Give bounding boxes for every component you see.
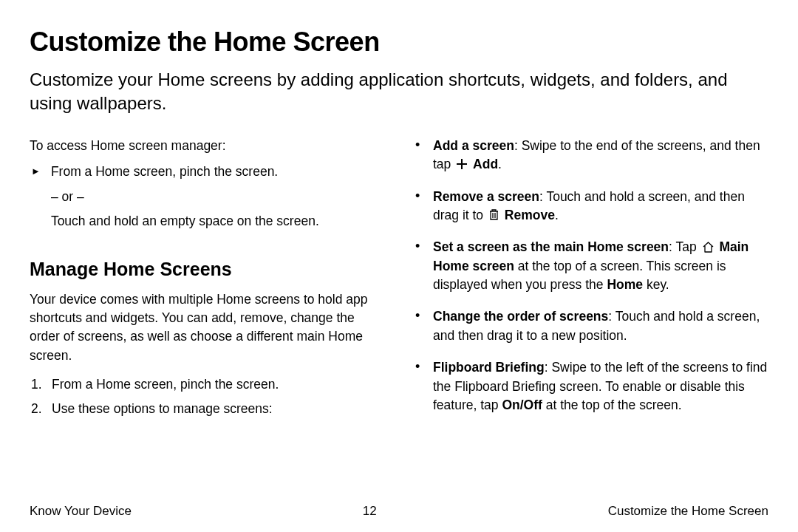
triangle-marker-icon: ► — [31, 163, 41, 231]
option-text: . — [555, 208, 559, 222]
footer-left: Know Your Device — [30, 504, 132, 519]
option-bold: Remove — [505, 208, 555, 222]
manage-steps: From a Home screen, pinch the screen. Us… — [31, 375, 383, 419]
list-item: Add a screen: Swipe to the end of the sc… — [415, 137, 768, 174]
access-pinch-text: From a Home screen, pinch the screen. — [51, 163, 319, 181]
option-title: Flipboard Briefing — [433, 360, 545, 375]
step-text: Use these options to manage screens: — [52, 400, 273, 418]
option-text: . — [498, 157, 502, 171]
left-column: To access Home screen manager: ► From a … — [30, 137, 383, 429]
two-column-layout: To access Home screen manager: ► From a … — [30, 137, 768, 429]
list-item: From a Home screen, pinch the screen. — [31, 375, 383, 394]
plus-icon — [456, 158, 468, 170]
home-icon — [702, 242, 715, 253]
or-separator: – or – — [51, 188, 319, 206]
list-item: Change the order of screens: Touch and h… — [415, 307, 768, 345]
option-text: : Tap — [669, 239, 700, 254]
access-label: To access Home screen manager: — [30, 137, 383, 155]
page-footer: Know Your Device 12 Customize the Home S… — [30, 504, 768, 519]
option-title: Add a screen — [433, 138, 514, 153]
manage-paragraph: Your device comes with multiple Home scr… — [30, 290, 383, 366]
option-bold: Add — [473, 157, 498, 171]
footer-page-number: 12 — [363, 504, 377, 519]
right-column: Add a screen: Swipe to the end of the sc… — [415, 137, 768, 429]
list-item: ► From a Home screen, pinch the screen. … — [31, 163, 383, 231]
trash-icon — [488, 208, 499, 221]
option-text: key. — [643, 277, 669, 292]
options-list: Add a screen: Swipe to the end of the sc… — [415, 137, 768, 415]
option-title: Change the order of screens — [433, 309, 608, 324]
option-title: Remove a screen — [433, 189, 539, 204]
option-bold: Home — [607, 277, 643, 292]
list-item: Remove a screen: Touch and hold a screen… — [415, 188, 768, 225]
option-title: Set a screen as the main Home screen — [433, 239, 669, 254]
page-title: Customize the Home Screen — [30, 27, 768, 58]
access-touch-text: Touch and hold an empty space on the scr… — [51, 212, 319, 231]
step-text: From a Home screen, pinch the screen. — [52, 375, 279, 394]
list-item: Use these options to manage screens: — [31, 400, 383, 418]
footer-right: Customize the Home Screen — [608, 504, 768, 519]
access-list: ► From a Home screen, pinch the screen. … — [31, 163, 383, 231]
intro-paragraph: Customize your Home screens by adding ap… — [30, 68, 768, 116]
list-item: Set a screen as the main Home screen: Ta… — [415, 238, 768, 294]
list-item: Flipboard Briefing: Swipe to the left of… — [415, 358, 768, 415]
manage-heading: Manage Home Screens — [30, 256, 383, 282]
option-bold: On/Off — [502, 398, 542, 412]
option-text: at the top of the screen. — [542, 398, 682, 412]
